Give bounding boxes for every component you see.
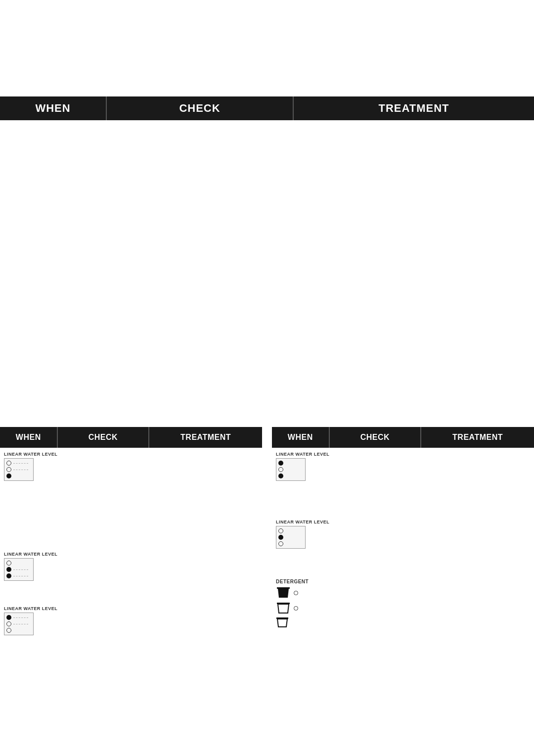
left-gauge-top [4, 458, 34, 481]
top-treatment-label: TREATMENT [378, 102, 449, 115]
left-table-body: LINEAR WATER LEVEL [0, 448, 262, 745]
gauge-row-4 [6, 561, 29, 566]
right-water-level-label-top: LINEAR WATER LEVEL [276, 452, 329, 457]
left-check-label: CHECK [89, 433, 118, 442]
left-when-header: WHEN [0, 427, 58, 448]
gauge-row-5 [6, 567, 29, 572]
detergent-dot-2 [294, 606, 298, 611]
detergent-label: DETERGENT [276, 579, 309, 584]
dot-6 [6, 573, 11, 578]
dot-8 [6, 621, 11, 626]
right-mini-header: WHEN CHECK TREATMENT [272, 427, 534, 448]
gauge-row-1 [6, 461, 29, 466]
detergent-dot-1 [294, 591, 298, 595]
detergent-section: DETERGENT [276, 579, 309, 628]
left-treatment-label: TREATMENT [180, 433, 231, 442]
right-treatment-header: TREATMENT [421, 427, 534, 448]
right-water-level-mid: LINEAR WATER LEVEL [276, 520, 329, 549]
dash-5 [13, 569, 28, 570]
dot-4 [6, 561, 11, 566]
dot-9 [6, 628, 11, 633]
right-gauge-row-3 [278, 473, 301, 478]
left-water-level-lower: LINEAR WATER LEVEL [4, 606, 57, 635]
dash-1 [13, 463, 28, 464]
dash-7 [13, 617, 28, 618]
left-gauge-lower [4, 613, 34, 635]
left-water-level-label-mid: LINEAR WATER LEVEL [4, 552, 57, 557]
detergent-row-2 [276, 602, 309, 614]
dot-5 [6, 567, 11, 572]
right-water-level-top: LINEAR WATER LEVEL [276, 452, 329, 481]
wash-tub-empty-icon [276, 617, 290, 628]
right-gauge-row-1 [278, 461, 301, 466]
left-water-level-label-top: LINEAR WATER LEVEL [4, 452, 57, 457]
right-gauge-top [276, 458, 306, 481]
right-gauge-row-5 [278, 535, 301, 540]
dot-1 [6, 461, 11, 466]
right-dot-2 [278, 467, 283, 472]
dot-7 [6, 615, 11, 620]
left-when-label: WHEN [16, 433, 41, 442]
gauge-row-3 [6, 473, 29, 478]
top-header-bar: WHEN CHECK TREATMENT [0, 96, 534, 120]
detergent-row-1 [276, 586, 309, 599]
right-dot-1 [278, 461, 283, 466]
left-mini-header: WHEN CHECK TREATMENT [0, 427, 262, 448]
left-check-header: CHECK [58, 427, 150, 448]
top-check-label: CHECK [179, 102, 220, 115]
right-dot-6 [278, 541, 283, 546]
gauge-row-7 [6, 615, 29, 620]
left-mini-table: WHEN CHECK TREATMENT LINEAR WATER LEVEL [0, 427, 262, 745]
right-mini-table: WHEN CHECK TREATMENT LINEAR WATER LEVEL [272, 427, 534, 745]
right-gauge-row-4 [278, 528, 301, 533]
right-gauge-row-6 [278, 541, 301, 546]
svg-rect-0 [277, 587, 290, 589]
top-check-header: CHECK [107, 96, 294, 120]
right-water-level-label-mid: LINEAR WATER LEVEL [276, 520, 329, 524]
right-dot-5 [278, 535, 283, 540]
left-gauge-mid [4, 558, 34, 581]
top-when-label: WHEN [35, 102, 70, 115]
dash-6 [13, 576, 28, 576]
left-treatment-header: TREATMENT [149, 427, 262, 448]
dot-2 [6, 467, 11, 472]
right-check-label: CHECK [360, 433, 390, 442]
right-gauge-mid [276, 526, 306, 549]
left-water-level-mid: LINEAR WATER LEVEL [4, 552, 57, 581]
right-when-label: WHEN [288, 433, 313, 442]
gauge-row-8 [6, 621, 29, 626]
right-when-header: WHEN [272, 427, 330, 448]
table-separator [262, 427, 272, 745]
right-check-header: CHECK [330, 427, 422, 448]
bottom-section: WHEN CHECK TREATMENT LINEAR WATER LEVEL [0, 427, 534, 745]
page: WHEN CHECK TREATMENT WHEN CHECK TREATMEN… [0, 96, 534, 756]
right-table-body: LINEAR WATER LEVEL [272, 448, 534, 745]
right-dot-4 [278, 528, 283, 533]
right-treatment-label: TREATMENT [452, 433, 503, 442]
top-when-header: WHEN [0, 96, 107, 120]
dot-3 [6, 473, 11, 478]
top-treatment-header: TREATMENT [294, 96, 534, 120]
detergent-row-3 [276, 617, 309, 628]
wash-tub-partial-icon [276, 602, 291, 614]
gauge-row-6 [6, 573, 29, 578]
dash-8 [13, 624, 28, 624]
dash-2 [13, 470, 28, 470]
right-dot-3 [278, 473, 283, 478]
gauge-row-2 [6, 467, 29, 472]
detergent-icon-group [276, 586, 309, 628]
left-water-level-label-lower: LINEAR WATER LEVEL [4, 606, 57, 611]
right-gauge-row-2 [278, 467, 301, 472]
wash-tub-filled-icon [276, 586, 291, 599]
left-water-level-top: LINEAR WATER LEVEL [4, 452, 57, 481]
gauge-row-9 [6, 628, 29, 633]
